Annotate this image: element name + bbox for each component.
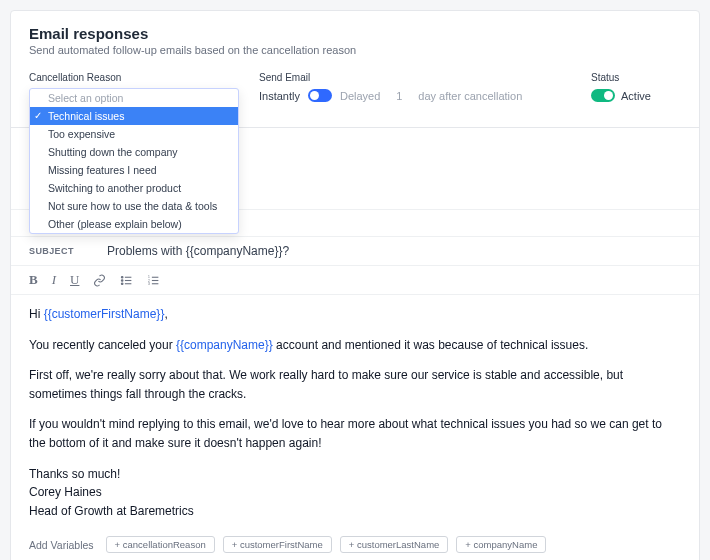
reason-option-switching-product[interactable]: Switching to another product xyxy=(30,179,238,197)
variable-customer-first-name: {{customerFirstName}} xyxy=(44,307,165,321)
italic-button[interactable]: I xyxy=(52,272,56,288)
reason-option-shutting-down[interactable]: Shutting down the company xyxy=(30,143,238,161)
body-paragraph-1: You recently canceled your {{companyName… xyxy=(29,336,681,355)
status-toggle[interactable] xyxy=(591,89,615,102)
body-paragraph-2: First off, we're really sorry about that… xyxy=(29,366,681,403)
svg-point-2 xyxy=(122,282,124,284)
bold-button[interactable]: B xyxy=(29,272,38,288)
subject-row: SUBJECT Problems with {{companyName}}? xyxy=(11,237,699,266)
add-variables-label: Add Variables xyxy=(29,539,94,551)
variable-pill-company-name[interactable]: + companyName xyxy=(456,536,546,553)
variable-pill-cancellation-reason[interactable]: + cancellationReason xyxy=(106,536,215,553)
page-title: Email responses xyxy=(29,25,681,42)
body-paragraph-3: If you wouldn't mind replying to this em… xyxy=(29,415,681,452)
subject-value[interactable]: Problems with {{companyName}}? xyxy=(107,244,289,258)
body-greeting: Hi {{customerFirstName}}, xyxy=(29,305,681,324)
editor-toolbar: B I U 123 xyxy=(11,266,699,295)
delay-days-input[interactable]: 1 xyxy=(388,90,410,102)
send-mode-toggle[interactable] xyxy=(308,89,332,102)
cancellation-reason-dropdown[interactable]: Select an option Technical issues Too ex… xyxy=(29,88,239,234)
delay-unit-label: day after cancellation xyxy=(418,90,522,102)
reason-option-too-expensive[interactable]: Too expensive xyxy=(30,125,238,143)
body-signature: Thanks so much! Corey Haines Head of Gro… xyxy=(29,465,681,521)
send-email-row: Instantly Delayed 1 day after cancellati… xyxy=(259,89,571,102)
svg-point-1 xyxy=(122,279,124,281)
status-row: Active xyxy=(591,89,681,102)
add-variables-row: Add Variables + cancellationReason + cus… xyxy=(11,536,699,560)
page-subtitle: Send automated follow-up emails based on… xyxy=(29,44,681,56)
status-label: Status xyxy=(591,72,681,83)
svg-point-0 xyxy=(122,276,124,278)
underline-button[interactable]: U xyxy=(70,272,79,288)
subject-label: SUBJECT xyxy=(29,246,107,256)
variable-company-name: {{companyName}} xyxy=(176,338,273,352)
svg-text:3: 3 xyxy=(148,281,150,285)
send-email-label: Send Email xyxy=(259,72,571,83)
status-column: Status Active xyxy=(591,72,681,113)
send-instantly-label: Instantly xyxy=(259,90,300,102)
reason-option-placeholder[interactable]: Select an option xyxy=(30,89,238,107)
email-body-editor[interactable]: Hi {{customerFirstName}}, You recently c… xyxy=(11,295,699,536)
send-email-column: Send Email Instantly Delayed 1 day after… xyxy=(259,72,571,113)
link-icon[interactable] xyxy=(93,274,106,287)
settings-row: Cancellation Reason Select an option Tec… xyxy=(29,72,681,113)
status-value: Active xyxy=(621,90,651,102)
variable-pill-customer-last-name[interactable]: + customerLastName xyxy=(340,536,449,553)
reason-option-not-sure[interactable]: Not sure how to use the data & tools xyxy=(30,197,238,215)
cancellation-reason-label: Cancellation Reason xyxy=(29,72,239,83)
numbered-list-icon[interactable]: 123 xyxy=(147,274,160,287)
variable-pill-customer-first-name[interactable]: + customerFirstName xyxy=(223,536,332,553)
reason-option-other[interactable]: Other (please explain below) xyxy=(30,215,238,233)
email-responses-card: Email responses Send automated follow-up… xyxy=(10,10,700,560)
bullet-list-icon[interactable] xyxy=(120,274,133,287)
cancellation-reason-column: Cancellation Reason Select an option Tec… xyxy=(29,72,239,113)
reason-option-technical-issues[interactable]: Technical issues xyxy=(30,107,238,125)
reason-option-missing-features[interactable]: Missing features I need xyxy=(30,161,238,179)
send-delayed-label: Delayed xyxy=(340,90,380,102)
